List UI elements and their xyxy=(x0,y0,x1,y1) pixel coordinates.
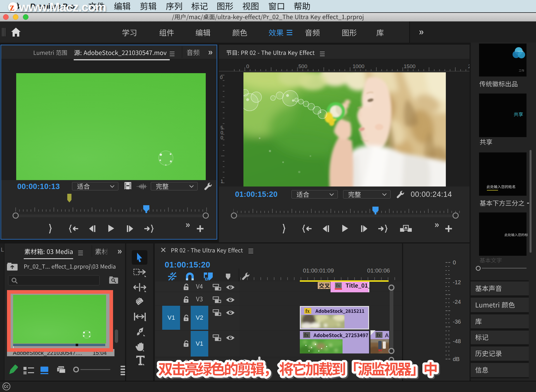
svg-text:2: 2 xyxy=(468,63,470,69)
svg-text:LOGOTYPE: LOGOTYPE xyxy=(515,51,524,52)
svg-text:1500: 1500 xyxy=(404,63,415,69)
svg-text:1: 1 xyxy=(221,179,223,184)
svg-text:0: 0 xyxy=(246,63,249,69)
svg-text:1000: 1000 xyxy=(353,63,364,69)
svg-text:0: 0 xyxy=(221,135,223,140)
svg-text:0: 0 xyxy=(220,75,222,80)
svg-text:0: 0 xyxy=(221,130,223,135)
svg-text:500: 500 xyxy=(298,63,307,69)
svg-text:5: 5 xyxy=(221,125,223,130)
